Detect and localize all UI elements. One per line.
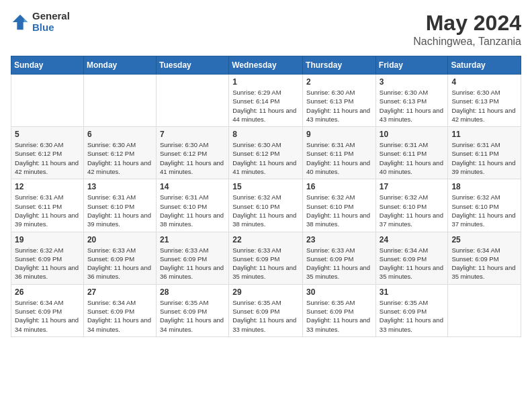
sunset-line: Sunset: 6:10 PM (451, 202, 517, 211)
day-info: Sunrise: 6:32 AMSunset: 6:10 PMDaylight:… (306, 193, 372, 228)
sunset-line: Sunset: 6:11 PM (451, 149, 517, 158)
sunrise-line: Sunrise: 6:31 AM (160, 193, 225, 201)
logo-blue-label: Blue (32, 22, 70, 34)
daylight-line: Daylight: 11 hours and 36 minutes. (15, 263, 80, 281)
daylight-line: Daylight: 11 hours and 35 minutes. (451, 263, 517, 281)
daylight-line: Daylight: 11 hours and 37 minutes. (380, 211, 445, 229)
calendar-cell-w5-d6: 31Sunrise: 6:35 AMSunset: 6:09 PMDayligh… (375, 284, 448, 336)
sunset-line: Sunset: 6:11 PM (380, 149, 445, 158)
sunset-line: Sunset: 6:11 PM (306, 149, 372, 158)
daylight-line: Daylight: 11 hours and 34 minutes. (87, 316, 152, 334)
calendar-cell-w3-d2: 13Sunrise: 6:31 AMSunset: 6:10 PMDayligh… (83, 179, 156, 232)
sunset-line: Sunset: 6:09 PM (306, 255, 372, 263)
sunset-line: Sunset: 6:12 PM (232, 149, 299, 158)
day-info: Sunrise: 6:35 AMSunset: 6:09 PMDaylight:… (232, 298, 299, 334)
daylight-line: Daylight: 11 hours and 35 minutes. (306, 263, 372, 281)
day-info: Sunrise: 6:33 AMSunset: 6:09 PMDaylight:… (160, 246, 225, 281)
day-info: Sunrise: 6:31 AMSunset: 6:11 PMDaylight:… (15, 193, 80, 228)
day-info: Sunrise: 6:30 AMSunset: 6:13 PMDaylight:… (451, 88, 517, 124)
day-number: 1 (232, 77, 299, 87)
day-info: Sunrise: 6:30 AMSunset: 6:13 PMDaylight:… (306, 88, 372, 124)
day-number: 22 (232, 235, 299, 244)
daylight-line: Daylight: 11 hours and 38 minutes. (160, 211, 225, 229)
day-number: 23 (306, 235, 372, 244)
daylight-line: Daylight: 11 hours and 35 minutes. (232, 263, 299, 281)
header-thursday: Thursday (303, 56, 376, 75)
calendar-cell-w2-d5: 9Sunrise: 6:31 AMSunset: 6:11 PMDaylight… (303, 127, 376, 179)
day-info: Sunrise: 6:31 AMSunset: 6:10 PMDaylight:… (160, 193, 225, 228)
daylight-line: Daylight: 11 hours and 33 minutes. (380, 316, 445, 334)
sunrise-line: Sunrise: 6:35 AM (160, 298, 225, 307)
sunrise-line: Sunrise: 6:29 AM (232, 88, 299, 97)
day-number: 6 (87, 130, 152, 139)
sunset-line: Sunset: 6:10 PM (87, 202, 152, 211)
day-info: Sunrise: 6:32 AMSunset: 6:09 PMDaylight:… (15, 246, 80, 281)
logo: General Blue (11, 11, 70, 33)
calendar-cell-w1-d6: 3Sunrise: 6:30 AMSunset: 6:13 PMDaylight… (375, 75, 448, 127)
logo-text: General Blue (32, 11, 70, 33)
calendar-cell-w2-d4: 8Sunrise: 6:30 AMSunset: 6:12 PMDaylight… (229, 127, 303, 179)
daylight-line: Daylight: 11 hours and 39 minutes. (15, 211, 80, 229)
sunrise-line: Sunrise: 6:30 AM (451, 88, 517, 97)
day-info: Sunrise: 6:31 AMSunset: 6:10 PMDaylight:… (87, 193, 152, 228)
calendar-cell-w1-d1 (11, 75, 84, 127)
calendar-cell-w5-d7 (448, 284, 521, 336)
day-number: 13 (87, 182, 152, 191)
calendar-cell-w3-d4: 15Sunrise: 6:32 AMSunset: 6:10 PMDayligh… (229, 179, 303, 232)
calendar-cell-w4-d2: 20Sunrise: 6:33 AMSunset: 6:09 PMDayligh… (83, 232, 156, 284)
calendar-cell-w4-d3: 21Sunrise: 6:33 AMSunset: 6:09 PMDayligh… (156, 232, 228, 284)
calendar-cell-w4-d4: 22Sunrise: 6:33 AMSunset: 6:09 PMDayligh… (229, 232, 303, 284)
day-number: 10 (380, 130, 445, 139)
sunset-line: Sunset: 6:11 PM (15, 202, 80, 211)
calendar-cell-w2-d6: 10Sunrise: 6:31 AMSunset: 6:11 PMDayligh… (375, 127, 448, 179)
calendar-cell-w1-d5: 2Sunrise: 6:30 AMSunset: 6:13 PMDaylight… (303, 75, 376, 127)
day-number: 14 (160, 182, 225, 191)
sunset-line: Sunset: 6:09 PM (160, 307, 225, 316)
calendar-cell-w2-d3: 7Sunrise: 6:30 AMSunset: 6:12 PMDaylight… (156, 127, 228, 179)
day-info: Sunrise: 6:34 AMSunset: 6:09 PMDaylight:… (380, 246, 445, 281)
sunrise-line: Sunrise: 6:30 AM (160, 140, 225, 149)
calendar-cell-w2-d2: 6Sunrise: 6:30 AMSunset: 6:12 PMDaylight… (83, 127, 156, 179)
daylight-line: Daylight: 11 hours and 33 minutes. (232, 316, 299, 334)
sunset-line: Sunset: 6:13 PM (451, 97, 517, 105)
day-number: 17 (380, 182, 445, 191)
sunset-line: Sunset: 6:09 PM (87, 255, 152, 263)
sunrise-line: Sunrise: 6:32 AM (451, 193, 517, 201)
sunset-line: Sunset: 6:09 PM (15, 307, 80, 316)
weekday-header-row: Sunday Monday Tuesday Wednesday Thursday… (11, 56, 521, 75)
sunset-line: Sunset: 6:09 PM (380, 307, 445, 316)
sunrise-line: Sunrise: 6:34 AM (15, 298, 80, 307)
day-number: 3 (380, 77, 445, 87)
calendar-cell-w1-d2 (83, 75, 156, 127)
daylight-line: Daylight: 11 hours and 37 minutes. (451, 211, 517, 229)
sunrise-line: Sunrise: 6:31 AM (306, 140, 372, 149)
header-tuesday: Tuesday (156, 56, 228, 75)
day-number: 9 (306, 130, 372, 139)
sunrise-line: Sunrise: 6:33 AM (232, 246, 299, 255)
day-number: 25 (451, 235, 517, 244)
day-number: 12 (15, 182, 80, 191)
day-info: Sunrise: 6:30 AMSunset: 6:12 PMDaylight:… (15, 140, 80, 176)
daylight-line: Daylight: 11 hours and 41 minutes. (160, 158, 225, 177)
header-wednesday: Wednesday (229, 56, 303, 75)
sunrise-line: Sunrise: 6:30 AM (380, 88, 445, 97)
daylight-line: Daylight: 11 hours and 38 minutes. (306, 211, 372, 229)
daylight-line: Daylight: 11 hours and 40 minutes. (380, 158, 445, 177)
day-info: Sunrise: 6:30 AMSunset: 6:13 PMDaylight:… (380, 88, 445, 124)
sunrise-line: Sunrise: 6:33 AM (87, 246, 152, 255)
sunrise-line: Sunrise: 6:30 AM (306, 88, 372, 97)
day-info: Sunrise: 6:32 AMSunset: 6:10 PMDaylight:… (232, 193, 299, 228)
sunrise-line: Sunrise: 6:30 AM (15, 140, 80, 149)
day-number: 31 (380, 287, 445, 297)
day-info: Sunrise: 6:31 AMSunset: 6:11 PMDaylight:… (451, 140, 517, 176)
day-info: Sunrise: 6:34 AMSunset: 6:09 PMDaylight:… (451, 246, 517, 281)
daylight-line: Daylight: 11 hours and 41 minutes. (232, 158, 299, 177)
sunset-line: Sunset: 6:09 PM (380, 255, 445, 263)
daylight-line: Daylight: 11 hours and 33 minutes. (306, 316, 372, 334)
sunset-line: Sunset: 6:09 PM (232, 307, 299, 316)
daylight-line: Daylight: 11 hours and 43 minutes. (306, 106, 372, 124)
sunset-line: Sunset: 6:13 PM (380, 97, 445, 105)
location: Nachingwea, Tanzania (413, 36, 521, 48)
title-section: May 2024 Nachingwea, Tanzania (413, 11, 521, 48)
sunrise-line: Sunrise: 6:30 AM (87, 140, 152, 149)
